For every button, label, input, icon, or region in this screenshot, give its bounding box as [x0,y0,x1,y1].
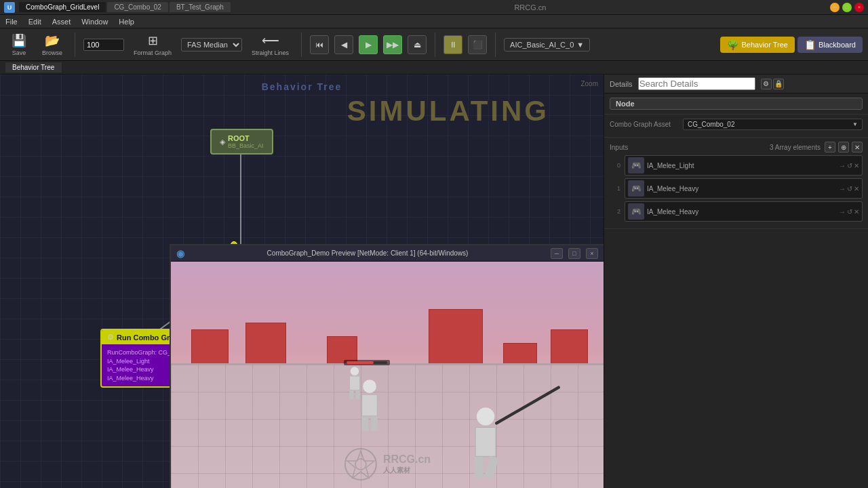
titlebar: U ComboGraph_GridLevel CG_Combo_02 BT_Te… [0,0,868,15]
item-0-reset-button[interactable]: ↺ [847,162,852,169]
robot-legs-1 [349,390,359,400]
menu-file[interactable]: File [5,18,18,26]
menu-window[interactable]: Window [81,18,108,26]
array-item-0: 0 🎮 IA_Melee_Light → ↺ ✕ [610,155,863,176]
health-bar-fill [347,361,374,364]
array-item-box-0[interactable]: 🎮 IA_Melee_Light → ↺ ✕ [625,155,863,176]
step-out-button[interactable]: ⏏ [408,35,427,54]
item-1-clear-button[interactable]: ✕ [854,185,859,192]
blackboard-button[interactable]: 📋 Blackboard [797,37,863,53]
robot-body-3 [475,427,496,457]
robot-leg-3a [475,457,484,478]
details-panel: Details ⚙ 🔒 Node Combo Graph Asset CG_Co… [604,75,868,488]
root-node[interactable]: ◈ ROOT BB_Basic_AI [210,129,273,155]
close-button[interactable]: × [854,3,864,12]
item-2-reset-button[interactable]: ↺ [847,208,852,216]
array-item-1: 1 🎮 IA_Melee_Heavy → ↺ ✕ [610,178,863,199]
array-item-icon-2: 🎮 [628,203,644,220]
robot-head-1 [351,367,359,375]
array-item-box-1[interactable]: 🎮 IA_Melee_Heavy → ↺ ✕ [625,178,863,199]
behavior-tree-icon: 🌳 [727,39,738,50]
robot-figure-2 [361,380,377,431]
robot-leg-1b [355,390,359,400]
save-icon: 💾 [12,33,26,48]
forward-into-button[interactable]: ▶ [359,35,378,54]
svg-point-6 [345,449,376,480]
format-graph-icon: ⊞ [148,33,158,48]
tab-cg-combo[interactable]: CG_Combo_02 [107,2,167,12]
unreal-engine-logo: ◉ [176,248,184,259]
root-node-subtitle: BB_Basic_AI [228,142,264,149]
watermark-logo [344,447,378,481]
blackboard-icon: 📋 [804,39,816,50]
combo-graph-asset-label: Combo Graph Asset [610,121,677,128]
back-over-button[interactable]: ⏮ [310,35,329,54]
minimize-button[interactable]: ─ [830,3,840,12]
main-content: Behavior Tree Zoom SIMULATING ◈ ROOT BB_… [0,75,868,488]
preview-header: ◉ ComboGraph_Demo Preview [NetMode: Clie… [171,245,604,262]
preview-restore-button[interactable]: □ [568,248,580,259]
maximize-button[interactable]: □ [842,3,852,12]
tab-bt-test[interactable]: BT_Test_Graph [170,2,231,12]
details-options-button[interactable]: ⚙ [761,79,772,89]
details-header: Details ⚙ 🔒 [604,75,868,94]
array-index-1: 1 [610,185,620,192]
array-insert-button[interactable]: ⊕ [838,142,849,152]
item-2-browse-button[interactable]: → [839,208,846,216]
array-item-label-1: IA_Melee_Heavy [647,185,836,192]
behavior-tree-tab[interactable]: Behavior Tree [5,62,62,73]
details-search-input[interactable] [638,77,755,90]
stop-button[interactable]: ⬛ [468,35,487,54]
behavior-tree-canvas[interactable]: Behavior Tree Zoom SIMULATING ◈ ROOT BB_… [0,75,604,488]
details-lock-button[interactable]: 🔒 [773,79,784,89]
array-add-button[interactable]: + [825,142,835,152]
health-bar-container [344,360,390,365]
menu-edit[interactable]: Edit [28,18,41,26]
fas-median-dropdown[interactable]: FAS Median [181,38,242,52]
robot-head-3 [476,407,494,425]
preview-minimize-button[interactable]: ─ [551,248,563,259]
combo-graph-asset-value[interactable]: CG_Combo_02 ▼ [683,119,863,130]
separator-3 [435,33,435,57]
array-clear-button[interactable]: ✕ [852,142,863,152]
health-bar-bg [347,361,387,364]
array-controls: + ⊕ ✕ [825,142,863,152]
behavior-tree-button[interactable]: 🌳 Behavior Tree [720,37,794,53]
zoom-input[interactable] [83,39,124,51]
item-0-browse-button[interactable]: → [839,162,846,169]
robot-leg-2b [371,416,378,431]
tabstrip: Behavior Tree [0,61,868,75]
robot-leg-1a [349,390,353,400]
dropdown-arrow-icon: ▼ [852,121,858,127]
array-item-label-2: IA_Melee_Heavy [647,208,836,216]
preview-close-button[interactable]: × [586,248,598,259]
array-item-2: 2 🎮 IA_Melee_Heavy → ↺ ✕ [610,201,863,222]
save-button[interactable]: 💾 Save [5,32,33,58]
item-1-reset-button[interactable]: ↺ [847,185,852,192]
format-graph-button[interactable]: ⊞ Format Graph [130,32,176,58]
app-icon: U [4,2,15,13]
robot-legs-3 [475,457,496,478]
browse-button[interactable]: 📂 Browse [38,32,66,58]
item-1-browse-button[interactable]: → [839,185,846,192]
pause-button[interactable]: ⏸ [443,35,462,54]
menu-help[interactable]: Help [119,18,134,26]
forward-over-button[interactable]: ▶▶ [383,35,402,54]
separator-2 [301,33,302,57]
tab-combograph-gridlevel[interactable]: ComboGraph_GridLevel [19,2,106,12]
watermark-text2: 人人素材 [383,466,431,475]
svg-point-7 [355,459,366,470]
root-node-title: ROOT [228,134,264,142]
window-controls: ─ □ × [830,3,864,12]
item-0-clear-button[interactable]: ✕ [854,162,859,169]
back-into-button[interactable]: ◀ [334,35,353,54]
ai-controller-dropdown[interactable]: AIC_Basic_AI_C_0 ▼ [504,38,590,52]
array-item-box-2[interactable]: 🎮 IA_Melee_Heavy → ↺ ✕ [625,201,863,222]
menu-asset[interactable]: Asset [52,18,71,26]
node-badge: Node [610,98,863,110]
item-2-clear-button[interactable]: ✕ [854,208,859,216]
details-title: Details [610,80,633,88]
preview-content: RRCG.cn 人人素材 [171,262,604,488]
robot-body-2 [361,394,377,416]
straight-lines-button[interactable]: ⟵ Straight Lines [248,32,293,58]
